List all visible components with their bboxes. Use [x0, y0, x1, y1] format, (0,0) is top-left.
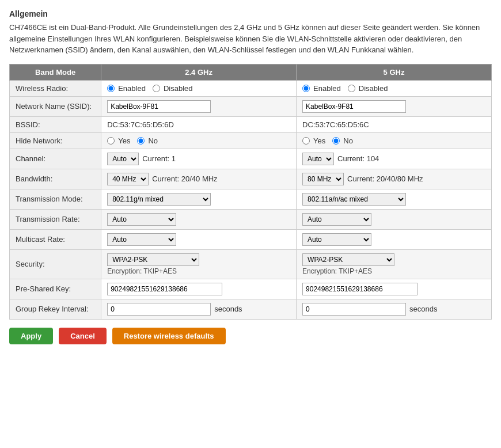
channel-label: Channel:: [10, 149, 101, 169]
wireless-radio-5: Enabled Disabled: [297, 80, 492, 96]
table-row: Channel: Auto Current: 1 Auto Current: 1…: [10, 149, 492, 169]
rekey-label: Group Rekey Interval:: [10, 299, 101, 319]
table-row: Bandwidth: 40 MHz Current: 20/40 MHz 80 …: [10, 169, 492, 189]
tx-rate-5-cell: Auto: [297, 209, 492, 229]
rekey-5-unit: seconds: [409, 305, 437, 313]
wireless-radio-24-enabled[interactable]: [107, 85, 115, 92]
wireless-radio-5-disabled-label: Disabled: [359, 84, 388, 93]
tx-rate-24-cell: Auto: [101, 209, 297, 229]
wireless-radio-24-disabled[interactable]: [153, 85, 160, 92]
psk-24-cell: [101, 279, 297, 299]
tx-mode-5-select[interactable]: 802.11a/n/ac mixed: [302, 193, 406, 206]
bandwidth-24-cell: 40 MHz Current: 20/40 MHz: [101, 169, 297, 189]
tx-rate-24-select[interactable]: Auto: [107, 213, 176, 226]
multicast-rate-5-cell: Auto: [297, 229, 492, 249]
bandwidth-5-current: Current: 20/40/80 MHz: [347, 174, 423, 183]
psk-5-cell: [297, 279, 492, 299]
security-5-cell: WPA2-PSK Encryption: TKIP+AES: [297, 249, 492, 279]
bssid-24-cell: DC:53:7C:65:D5:6D: [101, 116, 297, 132]
hide-network-24-yes-label: Yes: [118, 136, 130, 145]
bandwidth-5-select[interactable]: 80 MHz: [302, 173, 344, 185]
table-row: Network Name (SSID):: [10, 96, 492, 116]
wireless-radio-24: Enabled Disabled: [101, 80, 297, 96]
security-24-cell: WPA2-PSK Encryption: TKIP+AES: [101, 249, 297, 279]
channel-5-cell: Auto Current: 104: [297, 149, 492, 169]
table-row: Group Rekey Interval: seconds seconds: [10, 299, 492, 319]
wireless-radio-5-enabled[interactable]: [302, 85, 310, 92]
wireless-radio-5-enabled-label: Enabled: [313, 84, 341, 93]
multicast-rate-label: Multicast Rate:: [10, 229, 101, 249]
multicast-rate-5-select[interactable]: Auto: [302, 233, 371, 246]
cancel-button[interactable]: Cancel: [59, 328, 107, 344]
table-row: Hide Network: Yes No Y: [10, 132, 492, 149]
page-title: Allgemein: [9, 9, 492, 18]
multicast-rate-24-select[interactable]: Auto: [107, 233, 176, 246]
table-row: BSSID: DC:53:7C:65:D5:6D DC:53:7C:65:D5:…: [10, 116, 492, 132]
security-24-encryption: Encryption: TKIP+AES: [107, 267, 290, 275]
rekey-24-input[interactable]: [107, 303, 211, 316]
table-row: Multicast Rate: Auto Auto: [10, 229, 492, 249]
hide-network-24-no[interactable]: [137, 137, 145, 145]
hide-network-5-no-label: No: [343, 136, 353, 145]
rekey-5-input[interactable]: [302, 303, 406, 316]
psk-24-input[interactable]: [107, 283, 222, 295]
ssid-24-cell: [101, 96, 297, 116]
hide-network-24-yes[interactable]: [107, 137, 115, 145]
bssid-label: BSSID:: [10, 116, 101, 132]
buttons-row: Apply Cancel Restore wireless defaults: [9, 328, 492, 344]
bssid-5-cell: DC:53:7C:65:D5:6C: [297, 116, 492, 132]
channel-24-cell: Auto Current: 1: [101, 149, 297, 169]
bandwidth-label: Bandwidth:: [10, 169, 101, 189]
ssid-5-cell: [297, 96, 492, 116]
bandwidth-5-cell: 80 MHz Current: 20/40/80 MHz: [297, 169, 492, 189]
tx-rate-5-select[interactable]: Auto: [302, 213, 371, 226]
rekey-24-cell: seconds: [101, 299, 297, 319]
wireless-radio-5-disabled[interactable]: [348, 85, 355, 92]
hide-network-5-yes-label: Yes: [313, 136, 325, 145]
header-24ghz: 2.4 GHz: [101, 64, 297, 80]
bandwidth-24-current: Current: 20/40 MHz: [152, 174, 217, 183]
table-row: Transmission Rate: Auto Auto: [10, 209, 492, 229]
hide-network-5-yes[interactable]: [302, 137, 310, 145]
table-row: Wireless Radio: Enabled Disabled: [10, 80, 492, 96]
header-band-mode: Band Mode: [10, 64, 101, 80]
security-5-select[interactable]: WPA2-PSK: [302, 253, 394, 266]
tx-rate-label: Transmission Rate:: [10, 209, 101, 229]
restore-button[interactable]: Restore wireless defaults: [112, 328, 226, 344]
channel-5-current: Current: 104: [337, 154, 379, 163]
hide-network-5-cell: Yes No: [297, 132, 492, 149]
ssid-24-input[interactable]: [107, 100, 211, 113]
tx-mode-24-cell: 802.11g/n mixed: [101, 189, 297, 209]
hide-network-label: Hide Network:: [10, 132, 101, 149]
channel-24-select[interactable]: Auto: [107, 153, 139, 165]
wireless-radio-24-disabled-label: Disabled: [164, 84, 193, 93]
psk-5-input[interactable]: [302, 283, 418, 295]
wireless-radio-label: Wireless Radio:: [10, 80, 101, 96]
rekey-24-unit: seconds: [214, 305, 242, 313]
tx-mode-5-cell: 802.11a/n/ac mixed: [297, 189, 492, 209]
security-5-encryption: Encryption: TKIP+AES: [302, 267, 485, 275]
channel-24-current: Current: 1: [142, 154, 176, 163]
tx-mode-24-select[interactable]: 802.11g/n mixed: [107, 193, 211, 206]
multicast-rate-24-cell: Auto: [101, 229, 297, 249]
table-row: Pre-Shared Key:: [10, 279, 492, 299]
bandwidth-24-select[interactable]: 40 MHz: [107, 173, 149, 185]
ssid-5-input[interactable]: [302, 100, 406, 113]
ssid-label: Network Name (SSID):: [10, 96, 101, 116]
security-label: Security:: [10, 249, 101, 279]
hide-network-24-no-label: No: [148, 136, 158, 145]
hide-network-24-cell: Yes No: [101, 132, 297, 149]
table-row: Transmission Mode: 802.11g/n mixed 802.1…: [10, 189, 492, 209]
description: CH7466CE ist ein Dual-Band-Produkt. Alle…: [9, 22, 492, 56]
apply-button[interactable]: Apply: [9, 328, 53, 344]
psk-label: Pre-Shared Key:: [10, 279, 101, 299]
tx-mode-label: Transmission Mode:: [10, 189, 101, 209]
wireless-radio-24-enabled-label: Enabled: [118, 84, 146, 93]
header-5ghz: 5 GHz: [297, 64, 492, 80]
hide-network-5-no[interactable]: [332, 137, 340, 145]
channel-5-select[interactable]: Auto: [302, 153, 334, 165]
rekey-5-cell: seconds: [297, 299, 492, 319]
table-row: Security: WPA2-PSK Encryption: TKIP+AES …: [10, 249, 492, 279]
security-24-select[interactable]: WPA2-PSK: [107, 253, 199, 266]
settings-table: Band Mode 2.4 GHz 5 GHz Wireless Radio: …: [9, 64, 492, 320]
